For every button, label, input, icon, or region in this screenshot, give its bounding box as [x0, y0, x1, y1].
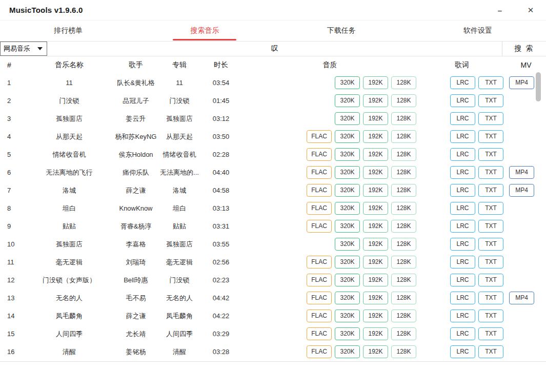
128k-download-button[interactable]: 128K — [391, 274, 416, 286]
192k-download-button[interactable]: 192K — [363, 345, 388, 358]
music-source-select[interactable]: 网易音乐 — [0, 42, 47, 56]
txt-download-button[interactable]: TXT — [478, 292, 503, 304]
320k-download-button[interactable]: 320K — [335, 292, 360, 304]
192k-download-button[interactable]: 192K — [363, 184, 388, 197]
tab-download-tasks[interactable]: 下载任务 — [273, 20, 410, 41]
close-icon[interactable]: ✕ — [515, 0, 546, 20]
search-input[interactable] — [47, 42, 502, 56]
txt-download-button[interactable]: TXT — [478, 148, 503, 161]
192k-download-button[interactable]: 192K — [363, 310, 388, 322]
192k-download-button[interactable]: 192K — [363, 220, 388, 233]
flac-download-button[interactable]: FLAC — [307, 202, 332, 215]
flac-download-button[interactable]: FLAC — [307, 345, 332, 358]
320k-download-button[interactable]: 320K — [335, 202, 360, 215]
128k-download-button[interactable]: 128K — [391, 327, 416, 340]
txt-download-button[interactable]: TXT — [478, 76, 503, 89]
lrc-download-button[interactable]: LRC — [450, 238, 475, 251]
flac-download-button[interactable]: FLAC — [307, 184, 332, 197]
128k-download-button[interactable]: 128K — [391, 310, 416, 322]
mp4-download-button[interactable]: MP4 — [509, 166, 534, 179]
txt-download-button[interactable]: TXT — [478, 220, 503, 233]
mp4-download-button[interactable]: MP4 — [509, 76, 534, 89]
mp4-download-button[interactable]: MP4 — [509, 292, 534, 304]
flac-download-button[interactable]: FLAC — [307, 292, 332, 304]
minimize-icon[interactable]: – — [484, 0, 515, 20]
flac-download-button[interactable]: FLAC — [307, 130, 332, 143]
128k-download-button[interactable]: 128K — [391, 220, 416, 233]
192k-download-button[interactable]: 192K — [363, 94, 388, 107]
128k-download-button[interactable]: 128K — [391, 130, 416, 143]
txt-download-button[interactable]: TXT — [478, 166, 503, 179]
320k-download-button[interactable]: 320K — [335, 310, 360, 322]
lrc-download-button[interactable]: LRC — [450, 76, 475, 89]
192k-download-button[interactable]: 192K — [363, 112, 388, 125]
flac-download-button[interactable]: FLAC — [307, 327, 332, 340]
128k-download-button[interactable]: 128K — [391, 76, 416, 89]
192k-download-button[interactable]: 192K — [363, 202, 388, 215]
txt-download-button[interactable]: TXT — [478, 274, 503, 286]
lrc-download-button[interactable]: LRC — [450, 112, 475, 125]
txt-download-button[interactable]: TXT — [478, 184, 503, 197]
320k-download-button[interactable]: 320K — [335, 274, 360, 286]
128k-download-button[interactable]: 128K — [391, 184, 416, 197]
lrc-download-button[interactable]: LRC — [450, 202, 475, 215]
lrc-download-button[interactable]: LRC — [450, 166, 475, 179]
lrc-download-button[interactable]: LRC — [450, 327, 475, 340]
128k-download-button[interactable]: 128K — [391, 256, 416, 269]
320k-download-button[interactable]: 320K — [335, 94, 360, 107]
lrc-download-button[interactable]: LRC — [450, 256, 475, 269]
vertical-scrollbar-thumb[interactable] — [536, 72, 541, 101]
128k-download-button[interactable]: 128K — [391, 345, 416, 358]
320k-download-button[interactable]: 320K — [335, 238, 360, 251]
mp4-download-button[interactable]: MP4 — [509, 184, 534, 197]
320k-download-button[interactable]: 320K — [335, 76, 360, 89]
320k-download-button[interactable]: 320K — [335, 327, 360, 340]
txt-download-button[interactable]: TXT — [478, 345, 503, 358]
txt-download-button[interactable]: TXT — [478, 327, 503, 340]
128k-download-button[interactable]: 128K — [391, 166, 416, 179]
320k-download-button[interactable]: 320K — [335, 130, 360, 143]
128k-download-button[interactable]: 128K — [391, 94, 416, 107]
txt-download-button[interactable]: TXT — [478, 130, 503, 143]
320k-download-button[interactable]: 320K — [335, 184, 360, 197]
lrc-download-button[interactable]: LRC — [450, 220, 475, 233]
lrc-download-button[interactable]: LRC — [450, 94, 475, 107]
192k-download-button[interactable]: 192K — [363, 292, 388, 304]
txt-download-button[interactable]: TXT — [478, 94, 503, 107]
320k-download-button[interactable]: 320K — [335, 112, 360, 125]
txt-download-button[interactable]: TXT — [478, 112, 503, 125]
tab-settings[interactable]: 软件设置 — [410, 20, 546, 41]
192k-download-button[interactable]: 192K — [363, 274, 388, 286]
txt-download-button[interactable]: TXT — [478, 256, 503, 269]
flac-download-button[interactable]: FLAC — [307, 310, 332, 322]
lrc-download-button[interactable]: LRC — [450, 292, 475, 304]
flac-download-button[interactable]: FLAC — [307, 256, 332, 269]
320k-download-button[interactable]: 320K — [335, 220, 360, 233]
128k-download-button[interactable]: 128K — [391, 148, 416, 161]
192k-download-button[interactable]: 192K — [363, 76, 388, 89]
txt-download-button[interactable]: TXT — [478, 202, 503, 215]
192k-download-button[interactable]: 192K — [363, 130, 388, 143]
lrc-download-button[interactable]: LRC — [450, 130, 475, 143]
320k-download-button[interactable]: 320K — [335, 345, 360, 358]
128k-download-button[interactable]: 128K — [391, 238, 416, 251]
320k-download-button[interactable]: 320K — [335, 256, 360, 269]
tab-rankings[interactable]: 排行榜单 — [0, 20, 136, 41]
128k-download-button[interactable]: 128K — [391, 202, 416, 215]
192k-download-button[interactable]: 192K — [363, 148, 388, 161]
txt-download-button[interactable]: TXT — [478, 310, 503, 322]
lrc-download-button[interactable]: LRC — [450, 345, 475, 358]
flac-download-button[interactable]: FLAC — [307, 166, 332, 179]
320k-download-button[interactable]: 320K — [335, 148, 360, 161]
flac-download-button[interactable]: FLAC — [307, 274, 332, 286]
128k-download-button[interactable]: 128K — [391, 112, 416, 125]
lrc-download-button[interactable]: LRC — [450, 310, 475, 322]
flac-download-button[interactable]: FLAC — [307, 220, 332, 233]
lrc-download-button[interactable]: LRC — [450, 184, 475, 197]
192k-download-button[interactable]: 192K — [363, 327, 388, 340]
tab-search-music[interactable]: 搜索音乐 — [136, 20, 273, 41]
192k-download-button[interactable]: 192K — [363, 166, 388, 179]
192k-download-button[interactable]: 192K — [363, 256, 388, 269]
192k-download-button[interactable]: 192K — [363, 238, 388, 251]
txt-download-button[interactable]: TXT — [478, 238, 503, 251]
